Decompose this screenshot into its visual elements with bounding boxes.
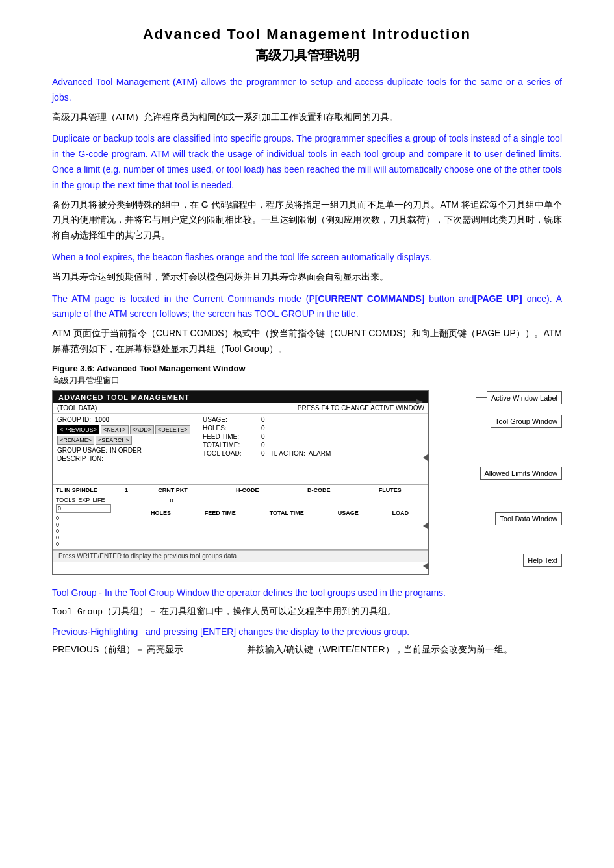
total-time-value: 0 xyxy=(261,441,265,449)
usage-col: USAGE xyxy=(338,510,359,516)
usage-label: USAGE: xyxy=(203,416,261,423)
bottom-para-1-zh: Tool Group（刀具组）－ 在刀具组窗口中，操作人员可以定义程序中用到的刀… xyxy=(52,604,562,619)
h-code-col: H-CODE xyxy=(236,487,259,493)
svg-marker-1 xyxy=(416,399,423,404)
bottom-para-2-en: Previous-Highlighting and pressing [ENTE… xyxy=(52,625,562,640)
group-usage-value: IN ORDER xyxy=(110,447,142,454)
d-code-col: D-CODE xyxy=(307,487,331,493)
svg-marker-2 xyxy=(423,453,429,462)
page-title-en: Advanced Tool Management Introduction xyxy=(52,26,562,43)
group-id-label: GROUP ID: xyxy=(57,416,91,423)
btn-next[interactable]: <NEXT> xyxy=(101,425,129,434)
feed-time-value: 0 xyxy=(261,433,265,440)
para-3-zh: 当刀具寿命达到预期值时，警示灯会以橙色闪烁并且刀具寿命界面会自动显示出来。 xyxy=(52,269,562,285)
annotation-help-text: Help Text xyxy=(523,554,562,567)
holes-value: 0 xyxy=(261,425,265,432)
crnt-pkt-val: 0 xyxy=(170,497,173,504)
spindle-box: 0 xyxy=(58,505,61,512)
btn-rename[interactable]: <RENAME> xyxy=(57,436,94,445)
load-col: LOAD xyxy=(392,510,409,516)
tools-col-label: TOOLS xyxy=(56,497,75,503)
annotation-tool-group: Tool Group Window xyxy=(491,415,562,428)
para-4-en: The ATM page is located in the Current C… xyxy=(52,291,562,323)
figure-zh: 高级刀具管理窗口 xyxy=(52,375,562,386)
atm-help-bar: Press WRITE/ENTER to display the previou… xyxy=(53,550,428,562)
spindle-rows: 0 0 0 0 0 xyxy=(56,515,128,547)
svg-marker-3 xyxy=(423,521,429,530)
tl-in-spindle-label: TL IN SPINDLE xyxy=(56,487,97,493)
para-1-zh: 高级刀具管理（ATM）允许程序员为相同的或一系列加工工作设置和存取相同的刀具。 xyxy=(52,110,562,125)
annotation-allowed-limits: Allowed Limits Window xyxy=(480,467,562,480)
flutes-col: FLUTES xyxy=(379,487,402,493)
para-4-zh: ATM 页面位于当前指令（CURNT COMDS）模式中（按当前指令键（CURN… xyxy=(52,326,562,357)
para-3-en: When a tool expires, the beacon flashes … xyxy=(52,250,562,266)
description-label: DESCRIPTION: xyxy=(57,455,103,462)
feed-time-col: FEED TIME xyxy=(205,510,236,516)
usage-value: 0 xyxy=(261,416,265,423)
svg-marker-4 xyxy=(423,562,429,571)
btn-previous[interactable]: <PREVIOUS> xyxy=(57,425,99,434)
figure-label: Figure 3.6: Advanced Tool Management Win… xyxy=(52,364,562,373)
tool-load-label: TOOL LOAD: xyxy=(203,450,261,457)
group-usage-label: GROUP USAGE: xyxy=(57,447,107,454)
total-time-label: TOTALTIME: xyxy=(203,441,261,449)
holes-label: HOLES: xyxy=(203,425,261,432)
btn-delete[interactable]: <DELETE> xyxy=(155,425,190,434)
bottom-para-1-en: Tool Group - In the Tool Group Window th… xyxy=(52,586,562,601)
annotations-panel: Active Window Label Tool Group Window Al… xyxy=(439,390,562,575)
tool-data-label: (TOOL DATA) xyxy=(57,404,97,412)
crnt-pkt-col: CRNT PKT xyxy=(158,487,188,493)
bottom-para-2-zh: PREVIOUS（前组）－ 高亮显示 并按输入/确认键（WRITE/ENTER）… xyxy=(52,642,562,658)
holes-col: HOLES xyxy=(151,510,171,516)
para-2-en: Duplicate or backup tools are classified… xyxy=(52,131,562,193)
page-title-zh: 高级刀具管理说明 xyxy=(52,47,562,64)
atm-screen: ADVANCED TOOL MANAGEMENT (TOOL DATA) PRE… xyxy=(52,390,429,575)
group-id-value: 1000 xyxy=(95,416,109,423)
annotation-active-window: Active Window Label xyxy=(487,391,562,404)
tool-load-value: 0 TL ACTION: ALARM xyxy=(261,450,331,457)
annotation-tool-data: Tool Data Window xyxy=(495,512,562,525)
feed-time-label: FEED TIME: xyxy=(203,433,261,440)
exp-col-label: EXP xyxy=(78,497,90,503)
btn-add[interactable]: <ADD> xyxy=(130,425,155,434)
total-time-col: TOTAL TIME xyxy=(270,510,304,516)
tl-in-spindle-value: 1 xyxy=(125,487,128,493)
life-col-label: LIFE xyxy=(92,497,105,503)
para-1-en: Advanced Tool Management (ATM) allows th… xyxy=(52,75,562,106)
btn-search[interactable]: <SEARCH> xyxy=(96,436,132,445)
para-2-zh: 备份刀具将被分类到特殊的组中，在 G 代码编程中，程序员将指定一组刀具而不是单一… xyxy=(52,197,562,243)
